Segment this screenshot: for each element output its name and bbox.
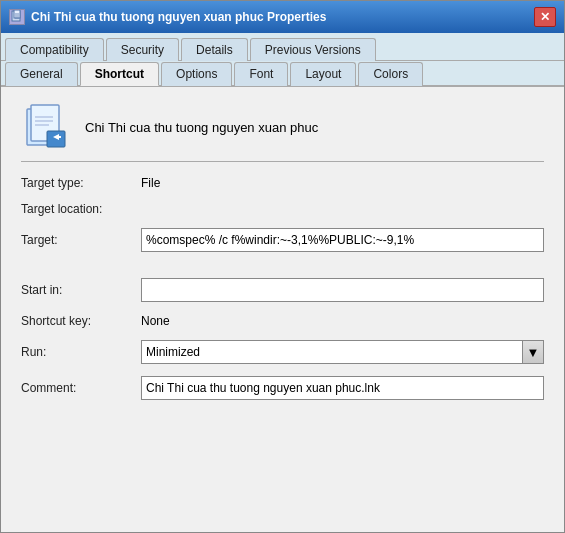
tab-content: Chi Thi cua thu tuong nguyen xuan phuc T… bbox=[1, 87, 564, 532]
tab-general[interactable]: General bbox=[5, 62, 78, 86]
target-type-row: Target type: File bbox=[21, 176, 544, 190]
run-row: Run: Minimized Normal window Maximized ▼ bbox=[21, 340, 544, 364]
tab-security[interactable]: Security bbox=[106, 38, 179, 61]
run-label: Run: bbox=[21, 345, 141, 359]
tab-compatibility[interactable]: Compatibility bbox=[5, 38, 104, 61]
title-bar-left: Chi Thi cua thu tuong nguyen xuan phuc P… bbox=[9, 9, 326, 25]
run-select-wrapper: Minimized Normal window Maximized ▼ bbox=[141, 340, 544, 364]
properties-window: Chi Thi cua thu tuong nguyen xuan phuc P… bbox=[0, 0, 565, 533]
file-icon bbox=[21, 103, 69, 151]
svg-rect-10 bbox=[47, 131, 65, 147]
file-header: Chi Thi cua thu tuong nguyen xuan phuc bbox=[21, 103, 544, 162]
start-in-row: Start in: bbox=[21, 278, 544, 302]
target-row: Target: bbox=[21, 228, 544, 252]
tab-options[interactable]: Options bbox=[161, 62, 232, 86]
file-title: Chi Thi cua thu tuong nguyen xuan phuc bbox=[85, 120, 318, 135]
target-location-label: Target location: bbox=[21, 202, 141, 216]
window-icon bbox=[9, 9, 25, 25]
tab-previous-versions[interactable]: Previous Versions bbox=[250, 38, 376, 61]
comment-row: Comment: bbox=[21, 376, 544, 400]
shortcut-key-label: Shortcut key: bbox=[21, 314, 141, 328]
spacer-1 bbox=[21, 264, 544, 270]
tab-shortcut[interactable]: Shortcut bbox=[80, 62, 159, 86]
tab-row-1: Compatibility Security Details Previous … bbox=[1, 33, 564, 61]
close-button[interactable]: ✕ bbox=[534, 7, 556, 27]
start-in-input[interactable] bbox=[141, 278, 544, 302]
target-input[interactable] bbox=[141, 228, 544, 252]
title-bar: Chi Thi cua thu tuong nguyen xuan phuc P… bbox=[1, 1, 564, 33]
target-type-value: File bbox=[141, 176, 160, 190]
tab-layout[interactable]: Layout bbox=[290, 62, 356, 86]
shortcut-key-value: None bbox=[141, 314, 170, 328]
start-in-label: Start in: bbox=[21, 283, 141, 297]
tab-details[interactable]: Details bbox=[181, 38, 248, 61]
svg-rect-12 bbox=[56, 136, 61, 138]
target-label: Target: bbox=[21, 233, 141, 247]
tab-colors[interactable]: Colors bbox=[358, 62, 423, 86]
comment-input[interactable] bbox=[141, 376, 544, 400]
target-location-row: Target location: bbox=[21, 202, 544, 216]
run-select[interactable]: Minimized Normal window Maximized bbox=[141, 340, 544, 364]
window-title: Chi Thi cua thu tuong nguyen xuan phuc P… bbox=[31, 10, 326, 24]
comment-label: Comment: bbox=[21, 381, 141, 395]
tab-row-2: General Shortcut Options Font Layout Col… bbox=[1, 61, 564, 87]
target-type-label: Target type: bbox=[21, 176, 141, 190]
tab-font[interactable]: Font bbox=[234, 62, 288, 86]
shortcut-key-row: Shortcut key: None bbox=[21, 314, 544, 328]
